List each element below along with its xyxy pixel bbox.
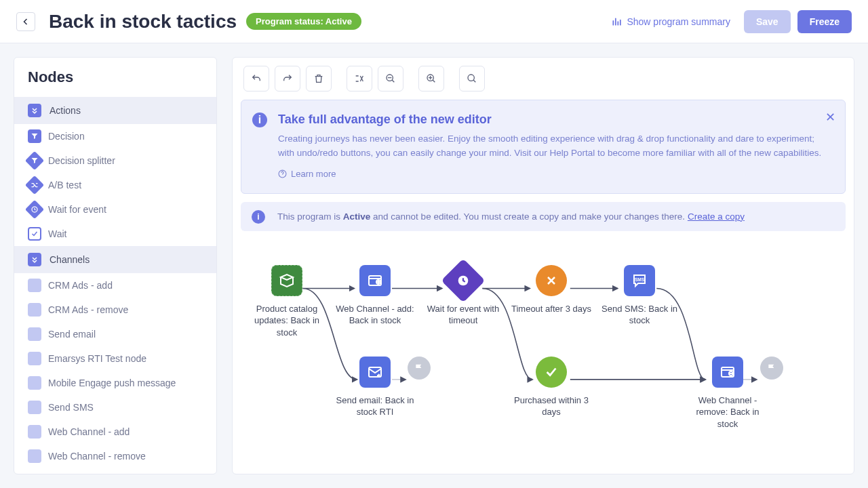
node-mobile-push[interactable]: Mobile Engage push message xyxy=(14,371,216,395)
push-icon xyxy=(28,376,41,390)
node-emarsys-rti[interactable]: Emarsys RTI Test node xyxy=(14,346,216,371)
flow-node-purchased[interactable]: Purchased within 3 days xyxy=(511,357,592,418)
funnel-icon xyxy=(25,151,44,170)
flow-end-flag-2 xyxy=(758,357,785,386)
flow-node-web-channel-remove[interactable]: Web Channel - remove: Back in stock xyxy=(687,357,768,430)
show-summary-link[interactable]: Show program summary xyxy=(612,16,730,27)
svg-point-3 xyxy=(468,75,474,81)
info-icon: i xyxy=(252,113,267,127)
flow-node-product-catalog[interactable]: Product catalog updates: Back in stock xyxy=(246,265,328,339)
status-banner: i This program is Active and cannot be e… xyxy=(241,202,846,231)
delete-button[interactable] xyxy=(306,66,332,92)
email-icon xyxy=(28,327,41,341)
auto-layout-button[interactable] xyxy=(347,66,372,92)
create-copy-link[interactable]: Create a copy xyxy=(688,211,745,222)
node-decision-splitter[interactable]: Decision splitter xyxy=(14,148,216,173)
info-icon: i xyxy=(252,210,265,224)
chevron-left-icon xyxy=(22,18,30,26)
banner-body: Creating journeys has never been easier.… xyxy=(278,132,831,161)
flow-node-send-sms[interactable]: SMS Send SMS: Back in stock xyxy=(599,265,680,327)
freeze-button[interactable]: Freeze xyxy=(797,10,852,33)
flow-node-wait-for-event[interactable]: Wait for event with timeout xyxy=(422,265,504,327)
node-crm-ads-add[interactable]: CRM Ads - add xyxy=(14,273,216,298)
shuffle-icon xyxy=(25,176,44,195)
undo-button[interactable] xyxy=(243,66,269,92)
app-header: Back in stock tactics Program status: Ac… xyxy=(0,0,868,43)
node-mobile-inapp-add[interactable]: Mobile in-app - add xyxy=(14,468,216,474)
node-web-channel-add[interactable]: Web Channel - add xyxy=(14,420,216,444)
zoom-reset-button[interactable] xyxy=(459,66,485,92)
sms-icon xyxy=(28,401,41,414)
web-icon xyxy=(28,449,41,463)
node-web-channel-remove[interactable]: Web Channel - remove xyxy=(14,444,216,468)
flow-node-send-email[interactable]: Send email: Back in stock RTI xyxy=(334,357,416,418)
node-crm-ads-remove[interactable]: CRM Ads - remove xyxy=(14,298,216,322)
node-wait[interactable]: Wait xyxy=(14,222,216,246)
back-button[interactable] xyxy=(16,12,35,31)
editor-info-banner: i ✕ Take full advantage of the new edito… xyxy=(241,100,846,194)
email-send-icon xyxy=(359,357,391,388)
flow-node-web-channel-add[interactable]: Web Channel - add: Back in stock xyxy=(334,265,416,327)
sidebar-title: Nodes xyxy=(14,58,216,97)
bar-chart-icon xyxy=(612,17,621,26)
web-minus-icon xyxy=(712,357,743,388)
funnel-icon xyxy=(28,129,41,143)
sms-icon: SMS xyxy=(624,265,655,296)
flow-node-timeout[interactable]: Timeout after 3 days xyxy=(511,265,592,315)
chevron-down-icon xyxy=(28,104,41,117)
x-icon xyxy=(536,265,567,296)
editor-toolbar xyxy=(233,58,854,100)
banner-title: Take full advantage of the new editor xyxy=(278,113,831,127)
zoom-in-button[interactable] xyxy=(418,66,444,92)
close-banner-button[interactable]: ✕ xyxy=(825,110,835,125)
chevron-down-icon xyxy=(28,253,41,266)
editor-canvas: i ✕ Take full advantage of the new edito… xyxy=(232,57,854,474)
section-channels[interactable]: Channels xyxy=(14,246,216,273)
save-button: Save xyxy=(744,10,791,33)
page-title: Back in stock tactics xyxy=(49,11,237,33)
clock-icon xyxy=(441,258,485,302)
journey-flow-canvas[interactable]: Product catalog updates: Back in stock W… xyxy=(233,231,854,474)
check-icon xyxy=(28,227,41,241)
status-badge: Program status: Active xyxy=(246,13,361,30)
node-send-sms[interactable]: Send SMS xyxy=(14,395,216,420)
svg-text:SMS: SMS xyxy=(635,277,645,282)
question-icon xyxy=(278,169,287,178)
web-icon xyxy=(28,425,41,439)
rti-icon xyxy=(28,352,41,365)
section-actions[interactable]: Actions xyxy=(14,97,216,124)
mobile-icon xyxy=(28,474,41,474)
node-ab-test[interactable]: A/B test xyxy=(14,173,216,197)
clock-icon xyxy=(25,200,44,219)
learn-more-link[interactable]: Learn more xyxy=(278,169,336,179)
nodes-sidebar: Nodes Actions Decision Decision splitter… xyxy=(14,57,217,474)
flow-end-flag-1 xyxy=(406,357,433,386)
node-send-email[interactable]: Send email xyxy=(14,322,216,346)
node-decision[interactable]: Decision xyxy=(14,124,216,148)
flag-icon xyxy=(408,357,431,380)
redo-button[interactable] xyxy=(275,66,300,92)
node-wait-for-event[interactable]: Wait for event xyxy=(14,197,216,222)
ads-icon xyxy=(28,279,41,292)
zoom-out-button[interactable] xyxy=(378,66,403,92)
check-icon xyxy=(536,357,567,388)
flag-icon xyxy=(760,357,783,380)
ads-icon xyxy=(28,303,41,317)
box-icon xyxy=(271,265,302,296)
web-plus-icon xyxy=(359,265,391,296)
